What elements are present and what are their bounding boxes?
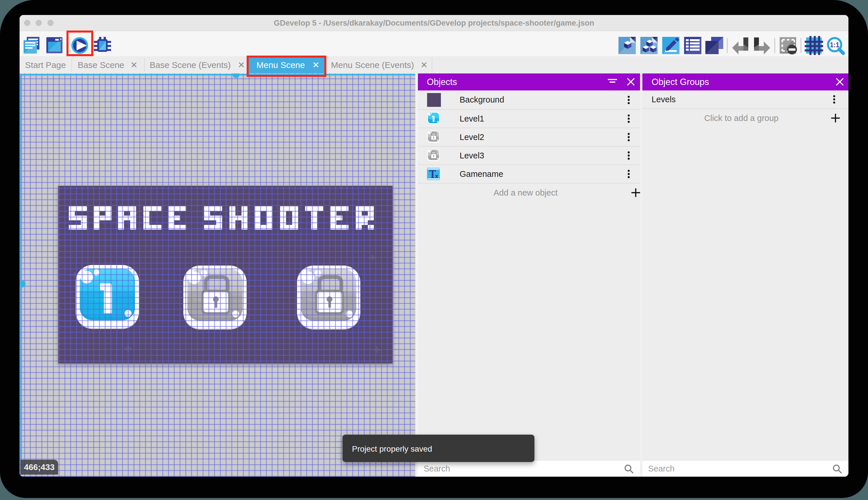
- svg-text:1:1: 1:1: [830, 41, 839, 49]
